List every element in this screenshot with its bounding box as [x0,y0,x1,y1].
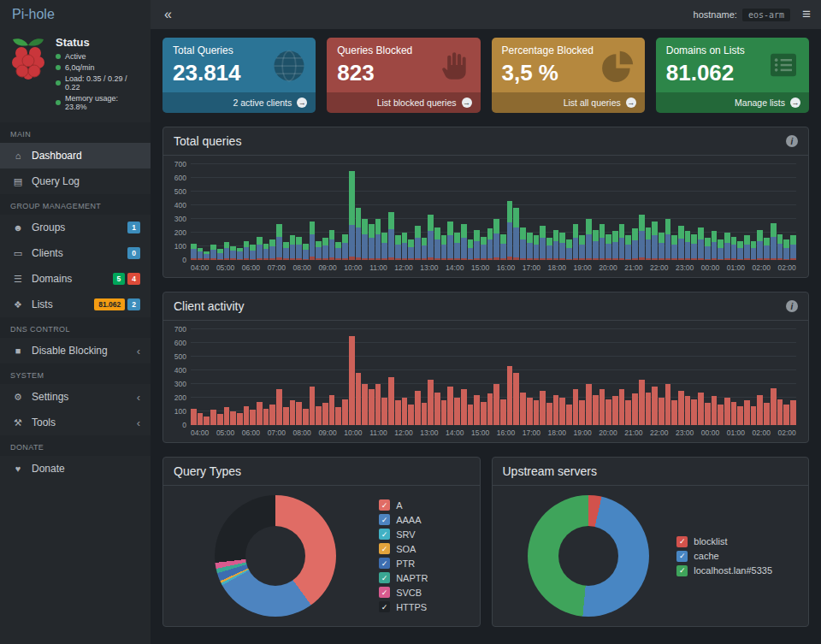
bar[interactable] [712,164,718,260]
bar[interactable] [665,329,671,425]
bar[interactable] [415,329,421,425]
bar[interactable] [375,329,381,425]
bar[interactable] [790,329,796,425]
bar[interactable] [553,329,559,425]
bar[interactable] [381,329,387,425]
bar[interactable] [771,164,777,260]
sidebar-item-donate[interactable]: ♥Donate [0,456,151,482]
bar[interactable] [757,164,763,260]
bar[interactable] [639,164,645,260]
bar[interactable] [402,329,408,425]
bar[interactable] [605,329,611,425]
sidebar-item-lists[interactable]: ❖Lists81.0622 [0,292,151,317]
bar[interactable] [217,329,223,425]
bar[interactable] [329,164,335,260]
bar[interactable] [566,329,572,425]
bar[interactable] [474,164,480,260]
bar[interactable] [646,164,652,260]
bar[interactable] [678,164,684,260]
bar[interactable] [356,164,362,260]
bar[interactable] [698,329,704,425]
legend-item-localhost.lan#5335[interactable]: ✓localhost.lan#5335 [676,565,772,576]
bar[interactable] [468,164,474,260]
bar[interactable] [646,329,652,425]
bar[interactable] [381,164,387,260]
bar[interactable] [434,329,440,425]
bar[interactable] [296,164,302,260]
bar[interactable] [191,329,197,425]
bar[interactable] [481,164,487,260]
bar[interactable] [461,329,467,425]
bar[interactable] [303,329,309,425]
bar[interactable] [718,329,724,425]
bar[interactable] [625,164,631,260]
bar[interactable] [507,164,513,260]
bar[interactable] [408,329,414,425]
bar[interactable] [625,329,631,425]
bar[interactable] [559,329,565,425]
bar[interactable] [204,164,210,260]
sidebar-item-groups[interactable]: ☻Groups1 [0,215,151,240]
bar[interactable] [335,329,341,425]
bar[interactable] [454,164,460,260]
bar[interactable] [605,164,611,260]
bar[interactable] [244,329,250,425]
bar[interactable] [250,329,256,425]
bar[interactable] [408,164,414,260]
bar[interactable] [310,329,316,425]
bar[interactable] [600,164,605,260]
bar[interactable] [573,164,579,260]
bar[interactable] [619,329,625,425]
bar[interactable] [737,164,743,260]
sidebar-item-clients[interactable]: ▭Clients0 [0,240,151,266]
bar[interactable] [566,164,572,260]
bar[interactable] [612,329,618,425]
bar[interactable] [322,164,328,260]
sidebar-item-disable-blocking[interactable]: ■Disable Blocking‹ [0,338,151,363]
bar[interactable] [527,329,533,425]
bar[interactable] [573,329,579,425]
upstream-servers-donut[interactable] [528,495,649,617]
bar[interactable] [290,164,296,260]
bar[interactable] [402,164,408,260]
bar[interactable] [612,164,618,260]
bar[interactable] [744,329,750,425]
bar[interactable] [356,329,362,425]
bar[interactable] [415,164,421,260]
bar[interactable] [276,329,282,425]
bar[interactable] [691,329,697,425]
bar[interactable] [217,164,223,260]
bar[interactable] [441,164,447,260]
bar[interactable] [632,329,638,425]
bar[interactable] [513,329,519,425]
bar[interactable] [685,329,691,425]
bar[interactable] [316,164,322,260]
bar[interactable] [428,329,434,425]
bar[interactable] [718,164,724,260]
sidebar-item-settings[interactable]: ⚙Settings‹ [0,384,151,410]
legend-item-AAAA[interactable]: ✓AAAA [379,514,428,525]
bar[interactable] [454,329,460,425]
bar[interactable] [283,329,289,425]
bar[interactable] [546,164,552,260]
bar[interactable] [731,164,737,260]
bar[interactable] [493,329,499,425]
bar[interactable] [224,164,230,260]
bar[interactable] [263,329,269,425]
bar[interactable] [468,329,474,425]
sidebar-item-domains[interactable]: ☰Domains54 [0,266,151,292]
bar[interactable] [783,329,789,425]
bar[interactable] [434,164,440,260]
bar[interactable] [546,329,552,425]
bar[interactable] [500,329,506,425]
bar[interactable] [198,329,204,425]
bar[interactable] [269,329,275,425]
bar[interactable] [362,164,368,260]
bar[interactable] [335,164,341,260]
sidebar-item-tools[interactable]: ⚒Tools‹ [0,410,151,435]
bar[interactable] [534,329,540,425]
bar[interactable] [395,329,401,425]
legend-item-PTR[interactable]: ✓PTR [379,558,428,569]
legend-item-NAPTR[interactable]: ✓NAPTR [379,572,428,583]
info-icon[interactable]: i [786,300,798,312]
